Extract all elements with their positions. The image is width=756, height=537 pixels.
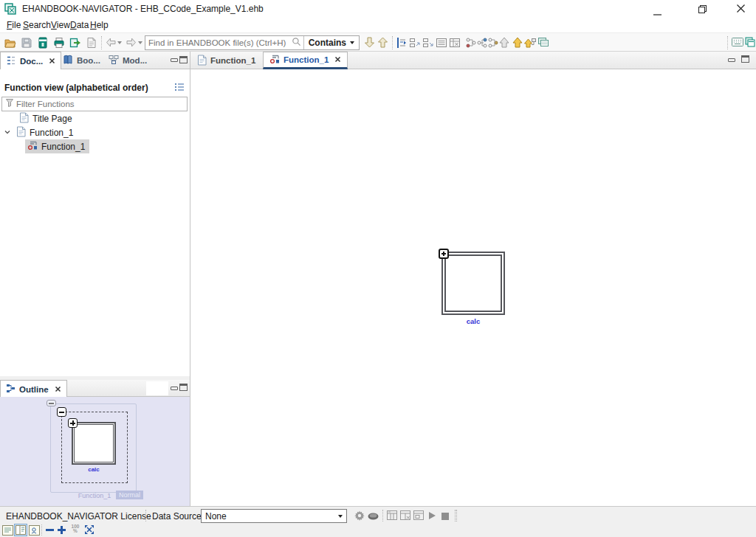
table-view-icon[interactable] <box>449 37 461 51</box>
find-input[interactable] <box>148 37 291 49</box>
editor-tab-function1-diagram[interactable]: Function_1 <box>263 52 348 69</box>
zoom-in-button[interactable] <box>58 526 66 534</box>
menu-help[interactable]: Help <box>83 18 115 32</box>
view-menu-icon[interactable] <box>174 83 185 94</box>
fit-to-view-button[interactable] <box>84 524 94 537</box>
open-ebook-icon[interactable] <box>37 37 49 51</box>
tree-item-function1[interactable]: Function_1 <box>0 125 190 139</box>
list-view-icon[interactable] <box>436 37 447 51</box>
data-source-dropdown[interactable]: None <box>201 509 347 523</box>
app-window: EHANDBOOK-NAVIGATOR - EHB_CCode_Example_… <box>0 0 756 537</box>
zoom-reset-button[interactable]: 100 % <box>69 524 81 533</box>
minimize-panel-icon[interactable] <box>171 387 178 390</box>
tree-expand-chevron-icon[interactable] <box>4 128 11 138</box>
tab-bookmarks[interactable]: Boo... <box>58 52 106 69</box>
status-separator <box>41 524 42 536</box>
tree-item-title-page[interactable]: Title Page <box>0 111 190 125</box>
window-title: EHANDBOOK-NAVIGATOR - EHB_CCode_Example_… <box>22 4 264 14</box>
status-separator <box>382 510 383 522</box>
find-next-icon[interactable] <box>365 37 374 50</box>
outline-content[interactable]: calc Function_1 Normal <box>0 397 190 506</box>
dropdown-caret-icon <box>338 515 343 518</box>
tab-outline[interactable]: Outline <box>0 380 67 398</box>
zoom-out-button[interactable] <box>46 529 54 531</box>
outline-page-collapse-button[interactable] <box>47 400 56 406</box>
menu-bar: File Search View Data Help <box>0 18 756 32</box>
search-icon[interactable] <box>292 37 301 49</box>
window-close-button[interactable] <box>736 4 746 15</box>
tab-outline-label: Outline <box>19 385 49 394</box>
collapse-block-button[interactable] <box>57 407 66 417</box>
calc-block[interactable] <box>441 252 505 315</box>
minimize-panel-icon[interactable] <box>171 58 178 62</box>
back-history-caret[interactable] <box>117 41 122 44</box>
save-icon[interactable] <box>21 37 32 51</box>
show-connections-icon[interactable] <box>487 37 499 51</box>
outline-calc-block[interactable] <box>72 422 116 465</box>
settings-gear-icon[interactable] <box>354 510 365 523</box>
navigate-up-icon[interactable] <box>499 37 509 50</box>
show-sources-icon[interactable] <box>465 37 477 51</box>
tree-item-label: Function_1 <box>30 128 73 138</box>
show-targets-icon[interactable] <box>476 37 488 51</box>
close-icon[interactable] <box>49 57 55 66</box>
toolbar-separator <box>727 36 728 49</box>
toolbar-separator <box>392 36 393 49</box>
layout-page-icon[interactable] <box>2 525 13 537</box>
toolbar: Contains <box>0 32 756 52</box>
maximize-editor-icon[interactable] <box>741 55 749 63</box>
layout-detail-icon[interactable] <box>29 525 40 537</box>
find-previous-icon[interactable] <box>378 37 388 50</box>
expand-all-icon[interactable] <box>422 37 434 51</box>
show-data-icon[interactable] <box>368 512 379 522</box>
calc-block-label: calc <box>441 317 505 325</box>
window-minimize-button[interactable] <box>653 8 662 18</box>
print-icon[interactable] <box>53 37 65 51</box>
filter-icon <box>6 99 13 109</box>
diagram-canvas[interactable]: calc <box>190 69 756 506</box>
tab-models[interactable]: Mod... <box>103 52 152 69</box>
editor-tab-function1-doc[interactable]: Function_1 <box>191 52 261 69</box>
new-window-icon[interactable] <box>745 37 755 49</box>
collapse-all-icon[interactable] <box>409 37 421 51</box>
tab-bookmarks-label: Boo... <box>77 56 100 65</box>
maximize-panel-icon[interactable] <box>179 56 188 63</box>
layout-split-selected[interactable] <box>14 524 27 536</box>
status-bar: EHANDBOOK_NAVIGATOR License Data Source:… <box>0 506 756 537</box>
start-measurement-icon <box>428 511 436 522</box>
find-control: Contains <box>145 35 360 50</box>
expand-selected-icon[interactable] <box>396 37 408 51</box>
outline-toolbar-field <box>146 381 168 395</box>
expand-block-button[interactable] <box>439 249 449 259</box>
export-icon[interactable] <box>69 37 81 51</box>
clone-view-icon[interactable] <box>537 37 549 50</box>
tab-documents[interactable]: Doc... <box>0 52 61 70</box>
export-pdf-icon[interactable] <box>86 37 97 51</box>
title-bar: EHANDBOOK-NAVIGATOR - EHB_CCode_Example_… <box>0 0 756 18</box>
contains-dropdown[interactable]: Contains <box>304 38 359 48</box>
go-to-parent-icon[interactable] <box>512 37 523 50</box>
forward-history-caret[interactable] <box>138 41 142 44</box>
expand-block-button[interactable] <box>68 418 78 428</box>
tree-item-label: Title Page <box>32 114 72 124</box>
contains-label: Contains <box>309 38 346 48</box>
close-icon[interactable] <box>334 55 341 64</box>
outline-mode-badge: Normal <box>116 491 143 499</box>
back-icon[interactable] <box>106 38 116 49</box>
forward-icon[interactable] <box>126 38 137 49</box>
contains-caret <box>350 41 354 44</box>
measure-table-icon <box>387 510 397 522</box>
window-restore-button[interactable] <box>698 4 707 16</box>
status-separator <box>145 510 146 522</box>
filter-functions-input[interactable] <box>16 98 187 110</box>
drag-handle[interactable] <box>455 510 457 522</box>
open-file-icon[interactable] <box>4 37 16 51</box>
maximize-panel-icon[interactable] <box>179 384 188 391</box>
minimize-editor-icon[interactable] <box>728 58 735 62</box>
function-view-panel: Function view (alphabetical order) Title… <box>0 69 190 376</box>
tree-item-function1-diagram[interactable]: Function_1 <box>25 139 89 153</box>
close-icon[interactable] <box>55 385 61 394</box>
go-to-root-icon[interactable] <box>524 37 536 50</box>
filter-box <box>1 97 188 111</box>
keyboard-shortcuts-icon[interactable] <box>732 38 743 49</box>
